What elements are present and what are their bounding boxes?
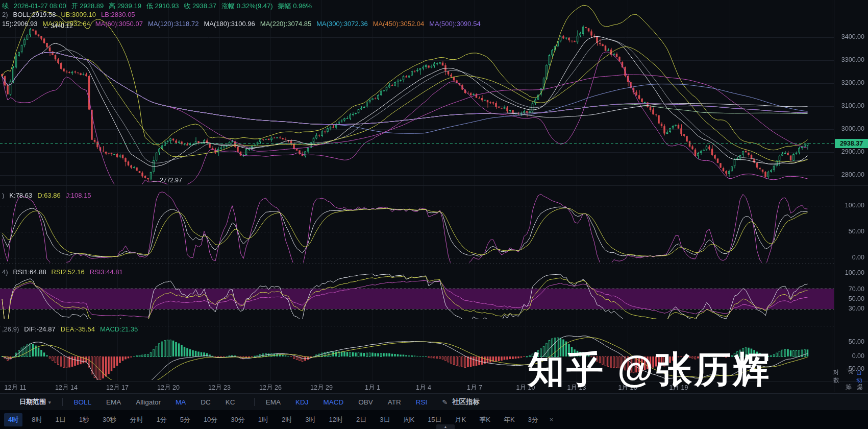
scale-option[interactable]: % <box>848 369 853 384</box>
date-label: 12月 11 <box>5 384 27 392</box>
ma-row-part: MA(120):3118.72 <box>148 20 199 28</box>
macd-row: ,26,9)DIF:-24.87DEA:-35.54MACD:21.35 <box>2 325 143 333</box>
scale-option[interactable]: 对数 <box>833 369 845 384</box>
boll-row: 2)BOLL:2919.58UB:3009.10LB:2830.05 <box>2 11 140 18</box>
timeframe-年K[interactable]: 年K <box>500 413 519 426</box>
side-tools: 筹爆 <box>846 383 863 392</box>
close-icon[interactable]: × <box>550 416 554 423</box>
kdj-axis-tick: 50.00 <box>849 228 864 235</box>
ohlc-row-part: 高 2939.19 <box>109 2 141 10</box>
community-indicators-button[interactable]: 社区指标 <box>452 397 480 407</box>
chevron-down-icon: ▾ <box>48 400 51 405</box>
indicator-button-kdj[interactable]: KDJ <box>295 398 309 406</box>
toolbar-divider <box>254 398 255 406</box>
date-range-button[interactable]: 日期范围▾ <box>19 397 51 407</box>
kdj-axis-tick: 0.00 <box>852 254 864 261</box>
main-axis-tick: 3100.00 <box>841 102 864 109</box>
kdj-row-part: D:63.86 <box>37 192 61 199</box>
indicator-button-dc[interactable]: DC <box>201 398 211 406</box>
timeframe-2日[interactable]: 2日 <box>352 413 370 426</box>
rsi-row-part: RSI3:44.81 <box>90 268 123 276</box>
timeframe-1日[interactable]: 1日 <box>51 413 69 426</box>
indicator-toolbar: 日期范围▾ BOLLEMAAlligatorMADCKC EMAKDJMACDO… <box>0 393 868 410</box>
timeframe-4时[interactable]: 4时 <box>4 413 22 426</box>
indicator-button-ema[interactable]: EMA <box>266 398 281 406</box>
rsi-axis-tick: 30.00 <box>849 305 864 312</box>
ma-row: 15):2906.93MA(30):2932.64MA(60):3050.07M… <box>2 20 486 28</box>
ma-row-part: MA(220):3074.85 <box>260 20 311 28</box>
edit-icon[interactable]: ✎ <box>442 398 448 406</box>
date-label: 12月 26 <box>259 384 282 392</box>
timeframe-3时[interactable]: 3时 <box>301 413 319 426</box>
overlay-indicator-group: BOLLEMAAlligatorMADCKC <box>74 398 250 406</box>
timeframe-10分[interactable]: 10分 <box>200 413 221 426</box>
timeframe-12时[interactable]: 12时 <box>325 413 347 426</box>
current-price-tag: 2938.37 <box>835 139 868 148</box>
trading-chart-app: 续2026-01-27 08:00开 2928.89高 2939.19低 291… <box>0 0 868 429</box>
timeframe-3日[interactable]: 3日 <box>376 413 394 426</box>
ohlc-row-part: 2026-01-27 08:00 <box>14 2 66 10</box>
ohlc-row-part: 续 <box>2 2 9 10</box>
indicator-button-alligator[interactable]: Alligator <box>136 398 161 406</box>
date-label: 1月 1 <box>365 384 380 392</box>
macd-row-part: DEA:-35.54 <box>61 325 95 333</box>
boll-row-part: 2) <box>2 11 8 18</box>
rsi-row-part: RSI2:52.16 <box>52 268 85 276</box>
timeframe-2时[interactable]: 2时 <box>278 413 296 426</box>
timeframe-季K[interactable]: 季K <box>475 413 494 426</box>
kdj-row-part: ) <box>2 192 4 199</box>
timeframe-5分[interactable]: 5分 <box>176 413 194 426</box>
indicator-button-boll[interactable]: BOLL <box>74 398 92 406</box>
rsi-row: 4)RSI1:64.88RSI2:52.16RSI3:44.81 <box>2 268 128 276</box>
boll-row-part: LB:2830.05 <box>101 11 135 18</box>
date-range-label: 日期范围 <box>19 398 46 406</box>
kdj-row-part: J:108.15 <box>66 192 91 199</box>
rsi-row-part: 4) <box>2 268 8 276</box>
timeframe-30分[interactable]: 30分 <box>227 413 249 426</box>
indicator-button-macd[interactable]: MACD <box>323 398 343 406</box>
date-label: 12月 14 <box>55 384 78 392</box>
chart-canvas[interactable] <box>0 0 868 393</box>
indicator-button-ema[interactable]: EMA <box>106 398 121 406</box>
ohlc-row-part: 振幅 0.96% <box>278 2 312 10</box>
timeframe-周K[interactable]: 周K <box>399 413 418 426</box>
macd-row-part: DIF:-24.87 <box>24 325 55 333</box>
side-tool[interactable]: 爆 <box>857 383 863 392</box>
rsi-row-part: RSI1:64.88 <box>13 268 46 276</box>
price-axis[interactable]: 3400.003300.003200.003100.003000.002900.… <box>834 0 868 381</box>
indicator-button-atr[interactable]: ATR <box>388 398 401 406</box>
side-tool[interactable]: 筹 <box>846 383 852 392</box>
timeframe-bar: 4时8时1日1秒30秒分时1分5分10分30分1时2时3时12时2日3日周K15… <box>0 410 868 429</box>
ohlc-row-part: 开 2928.89 <box>71 2 104 10</box>
toolbar-divider <box>62 398 63 406</box>
oscillator-indicator-group: EMAKDJMACDOBVATRRSI <box>266 398 442 406</box>
main-axis-tick: 2800.00 <box>841 171 864 178</box>
main-axis-tick: 3000.00 <box>841 125 864 132</box>
ohlc-row: 续2026-01-27 08:00开 2928.89高 2939.19低 291… <box>2 2 317 11</box>
macd-row-part: ,26,9) <box>2 325 19 333</box>
date-label: 12月 20 <box>157 384 180 392</box>
indicator-button-obv[interactable]: OBV <box>358 398 373 406</box>
indicator-button-rsi[interactable]: RSI <box>416 398 428 406</box>
axis-scale-options: 对数%自动 <box>833 369 868 384</box>
date-label: 1月 7 <box>467 384 482 392</box>
timeframe-items: 4时8时1日1秒30秒分时1分5分10分30分1时2时3时12时2日3日周K15… <box>4 413 548 426</box>
timeframe-3分[interactable]: 3分 <box>524 413 542 426</box>
timeframe-1秒[interactable]: 1秒 <box>75 413 93 426</box>
main-axis-tick: 2900.00 <box>841 148 864 155</box>
timeframe-1分[interactable]: 1分 <box>152 413 170 426</box>
indicator-button-ma[interactable]: MA <box>176 398 186 406</box>
timeframe-8时[interactable]: 8时 <box>28 413 46 426</box>
kdj-axis-tick: 100.00 <box>845 202 864 209</box>
high-marker: ← 3440.12 <box>43 22 73 30</box>
timeframe-分时[interactable]: 分时 <box>126 413 147 426</box>
ma-row-part: MA(450):3052.04 <box>373 20 424 28</box>
collapse-panel-button[interactable]: ▲ <box>436 424 455 429</box>
timeframe-1时[interactable]: 1时 <box>254 413 272 426</box>
rsi-axis-tick: 70.00 <box>849 285 864 293</box>
ma-row-part: MA(60):3050.07 <box>95 20 143 28</box>
timeframe-30秒[interactable]: 30秒 <box>98 413 120 426</box>
scale-option[interactable]: 自动 <box>856 369 868 384</box>
watermark: 知乎 @张历辉 <box>528 349 772 390</box>
indicator-button-kc[interactable]: KC <box>226 398 235 406</box>
